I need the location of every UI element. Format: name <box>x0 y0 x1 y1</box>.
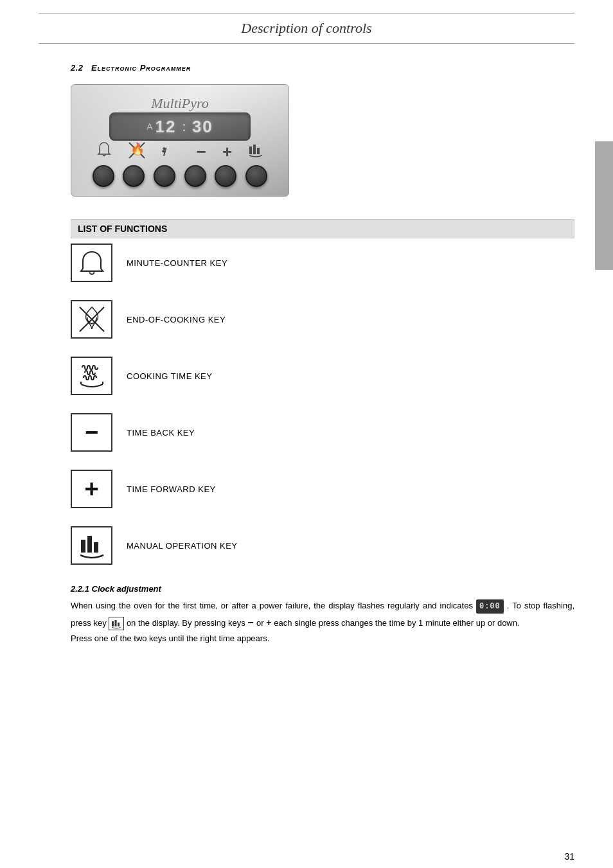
section-title: Electronic Programmer <box>91 63 191 73</box>
btn-4[interactable] <box>184 165 206 187</box>
manual-key-inline <box>109 617 124 630</box>
list-item: + TIME FORWARD KEY <box>71 470 574 508</box>
sub-section-text: When using the oven for the first time, … <box>71 599 574 646</box>
btn-3[interactable] <box>154 165 175 187</box>
time-forward-label: TIME FORWARD KEY <box>127 484 216 494</box>
manual-op-label: MANUAL OPERATION KEY <box>127 541 238 551</box>
svg-text:𝄿𝄿: 𝄿𝄿 <box>162 147 167 156</box>
list-item: COOKING TIME KEY <box>71 357 574 395</box>
programmer-display: A 12 ⁚ 30 <box>109 112 251 141</box>
minus-symbol: − <box>85 421 98 444</box>
svg-rect-16 <box>118 623 120 626</box>
page-title: Description of controls <box>241 20 371 36</box>
manual-op-icon-box <box>71 526 112 565</box>
page-number: 31 <box>564 851 574 862</box>
minus-key-inline: − <box>247 617 256 628</box>
svg-text:🔥: 🔥 <box>130 142 145 156</box>
plus-key-inline: + <box>266 617 274 628</box>
minute-counter-label: MINUTE-COUNTER KEY <box>127 258 227 268</box>
svg-rect-4 <box>249 146 252 154</box>
section-heading: 2.2 Electronic Programmer <box>71 63 574 73</box>
display-prefix: A <box>147 121 152 132</box>
btn-1[interactable] <box>93 165 114 187</box>
page-container: Description of controls 2.2 Electronic P… <box>0 13 613 868</box>
display-value-inline: 0:00 <box>476 599 504 614</box>
svg-rect-11 <box>81 540 85 553</box>
list-item: − TIME BACK KEY <box>71 413 574 452</box>
buttons-row <box>82 165 278 187</box>
brand-name: MultiPyro <box>151 95 209 112</box>
manual-op-icon <box>248 141 263 161</box>
sub-heading: 2.2.1 Clock adjustment <box>71 584 574 594</box>
end-cooking-icon: 🔥 <box>128 141 146 161</box>
side-accent-bar <box>595 141 613 270</box>
list-item: END-OF-COOKING KEY <box>71 300 574 339</box>
controls-area: 🔥 𝄿𝄿 − + <box>82 141 278 187</box>
list-functions-header: LIST OF FUNCTIONS <box>71 219 574 238</box>
display-value: 12 ⁚ 30 <box>155 117 213 137</box>
plus-symbol: + <box>84 477 98 501</box>
minus-icon: − <box>196 143 206 160</box>
time-forward-icon-box: + <box>71 470 112 508</box>
svg-rect-5 <box>253 145 256 154</box>
time-back-label: TIME BACK KEY <box>127 428 195 438</box>
list-item: MANUAL OPERATION KEY <box>71 526 574 565</box>
btn-2[interactable] <box>123 165 145 187</box>
btn-6[interactable] <box>245 165 267 187</box>
list-item: MINUTE-COUNTER KEY <box>71 244 574 282</box>
svg-rect-15 <box>115 620 117 626</box>
cooking-time-icon-box <box>71 357 112 395</box>
programmer-image: MultiPyro A 12 ⁚ 30 <box>71 84 289 197</box>
minute-counter-icon-box <box>71 244 112 282</box>
cooking-time-label: COOKING TIME KEY <box>127 371 212 381</box>
end-cooking-label: END-OF-COOKING KEY <box>127 315 226 324</box>
section-number: 2.2 <box>71 63 84 73</box>
page-header: Description of controls <box>39 13 574 44</box>
svg-rect-14 <box>112 621 114 626</box>
time-back-icon-box: − <box>71 413 112 452</box>
plus-icon: + <box>222 143 232 160</box>
svg-rect-6 <box>257 148 260 154</box>
sub-section-clock: 2.2.1 Clock adjustment When using the ov… <box>71 584 574 646</box>
icons-row: 🔥 𝄿𝄿 − + <box>82 141 278 161</box>
bell-icon <box>96 141 112 161</box>
cooking-time-icon: 𝄿𝄿 <box>162 141 180 161</box>
main-content: 2.2 Electronic Programmer MultiPyro A 12… <box>71 63 574 646</box>
btn-5[interactable] <box>215 165 236 187</box>
svg-rect-13 <box>94 542 98 553</box>
svg-rect-12 <box>87 536 92 553</box>
end-cooking-icon-box <box>71 300 112 339</box>
functions-table: MINUTE-COUNTER KEY END-OF-COOKING KEY <box>71 244 574 565</box>
